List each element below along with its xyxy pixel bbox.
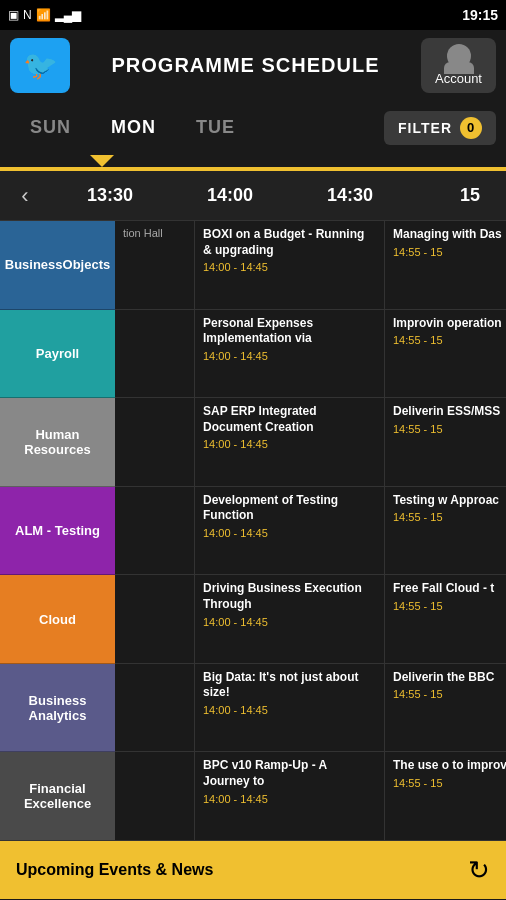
page-title: PROGRAMME SCHEDULE (70, 54, 421, 77)
triangle-indicator (90, 155, 114, 167)
time-slot-15: 15 (410, 185, 506, 206)
cell-3-1[interactable]: Development of Testing Function 14:00 - … (195, 487, 385, 575)
table-row: Driving Business Execution Through 14:00… (115, 575, 506, 664)
cell-0-2[interactable]: Managing with Das 14:55 - 15 (385, 221, 506, 309)
category-hr[interactable]: Human Resources (0, 398, 115, 487)
refresh-icon[interactable]: ↻ (468, 855, 490, 886)
category-payroll[interactable]: Payroll (0, 310, 115, 399)
cell-room-5 (115, 664, 195, 752)
tab-sun[interactable]: SUN (10, 109, 91, 146)
table-row: SAP ERP Integrated Document Creation 14:… (115, 398, 506, 487)
category-businessobjects[interactable]: BusinessObjects (0, 221, 115, 310)
table-row: Personal Expenses Implementation via 14:… (115, 310, 506, 399)
upcoming-events-text: Upcoming Events & News (16, 861, 213, 879)
category-cloud[interactable]: Cloud (0, 575, 115, 664)
wifi-icon: 📶 (36, 8, 51, 22)
cell-room-3 (115, 487, 195, 575)
clock: 19:15 (462, 7, 498, 23)
time-slot-1430: 14:30 (290, 185, 410, 206)
status-bar: ▣ N 📶 ▂▄▆ 19:15 (0, 0, 506, 30)
twitter-button[interactable]: 🐦 (10, 38, 70, 93)
cell-0-1[interactable]: BOXI on a Budget - Running & upgrading 1… (195, 221, 385, 309)
app-header: 🐦 PROGRAMME SCHEDULE Account (0, 30, 506, 100)
cell-6-1[interactable]: BPC v10 Ramp-Up - A Journey to 14:00 - 1… (195, 752, 385, 840)
cell-room-0[interactable]: tion Hall (115, 221, 195, 309)
schedule-area: BusinessObjects Payroll Human Resources … (0, 221, 506, 841)
cell-2-2[interactable]: Deliverin ESS/MSS 14:55 - 15 (385, 398, 506, 486)
cell-1-1[interactable]: Personal Expenses Implementation via 14:… (195, 310, 385, 398)
cell-room-1 (115, 310, 195, 398)
account-button[interactable]: Account (421, 38, 496, 93)
time-nav-left-button[interactable]: ‹ (0, 171, 50, 221)
time-slot-1400: 14:00 (170, 185, 290, 206)
cell-2-1[interactable]: SAP ERP Integrated Document Creation 14:… (195, 398, 385, 486)
cell-6-2[interactable]: The use o to improv 14:55 - 15 (385, 752, 506, 840)
table-row: Development of Testing Function 14:00 - … (115, 487, 506, 576)
cell-room-4 (115, 575, 195, 663)
network-icon: N (23, 8, 32, 22)
table-row: tion Hall BOXI on a Budget - Running & u… (115, 221, 506, 310)
cell-5-2[interactable]: Deliverin the BBC 14:55 - 15 (385, 664, 506, 752)
filter-label: FILTER (398, 120, 452, 136)
bottom-bar[interactable]: Upcoming Events & News ↻ (0, 841, 506, 899)
cell-room-6 (115, 752, 195, 840)
twitter-icon: 🐦 (23, 49, 58, 82)
category-analytics[interactable]: Business Analytics (0, 664, 115, 753)
table-row: BPC v10 Ramp-Up - A Journey to 14:00 - 1… (115, 752, 506, 841)
battery-icon: ▣ (8, 8, 19, 22)
category-alm[interactable]: ALM - Testing (0, 487, 115, 576)
filter-button[interactable]: FILTER 0 (384, 111, 496, 145)
schedule-grid: tion Hall BOXI on a Budget - Running & u… (115, 221, 506, 841)
signal-icon: ▂▄▆ (55, 8, 82, 22)
category-sidebar: BusinessObjects Payroll Human Resources … (0, 221, 115, 841)
day-indicator (0, 155, 506, 167)
cell-room-2 (115, 398, 195, 486)
cell-3-2[interactable]: Testing w Approac 14:55 - 15 (385, 487, 506, 575)
account-icon (447, 44, 471, 68)
cell-4-2[interactable]: Free Fall Cloud - t 14:55 - 15 (385, 575, 506, 663)
tab-mon[interactable]: MON (91, 109, 176, 146)
filter-count: 0 (460, 117, 482, 139)
time-header: ‹ 13:30 14:00 14:30 15 (0, 171, 506, 221)
time-slot-1330: 13:30 (50, 185, 170, 206)
cell-4-1[interactable]: Driving Business Execution Through 14:00… (195, 575, 385, 663)
cell-5-1[interactable]: Big Data: It's not just about size! 14:0… (195, 664, 385, 752)
day-tabs: SUN MON TUE FILTER 0 (0, 100, 506, 155)
status-left: ▣ N 📶 ▂▄▆ (8, 8, 81, 22)
category-finance[interactable]: Financial Excellence (0, 752, 115, 841)
tab-tue[interactable]: TUE (176, 109, 255, 146)
cell-1-2[interactable]: Improvin operation 14:55 - 15 (385, 310, 506, 398)
table-row: Big Data: It's not just about size! 14:0… (115, 664, 506, 753)
